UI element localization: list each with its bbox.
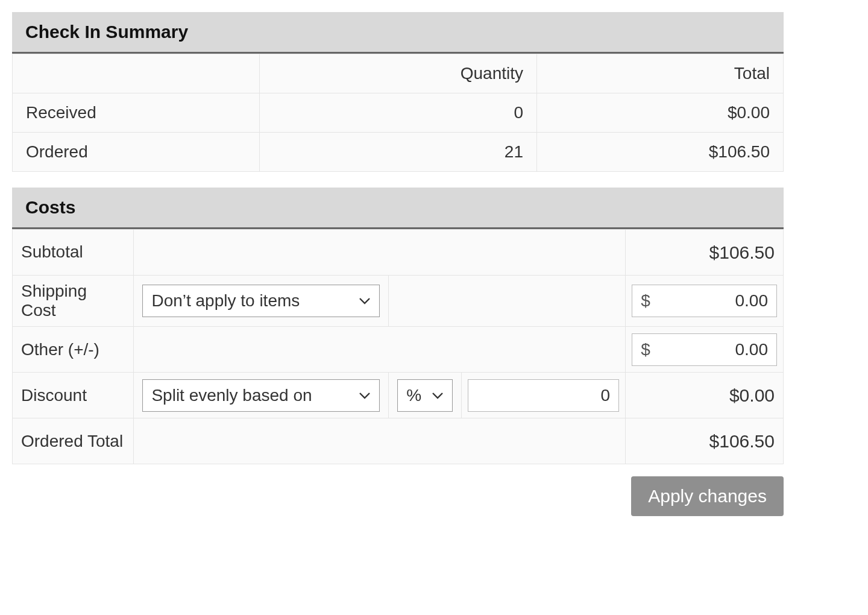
other-amount-input[interactable] <box>659 340 776 359</box>
discount-unit-value: % <box>406 386 421 405</box>
page: Check In Summary Quantity Total Received… <box>12 12 784 516</box>
ordered-total-label: Ordered Total <box>13 418 134 464</box>
shipping-label: Shipping Cost <box>13 276 134 327</box>
summary-ordered-total: $106.50 <box>537 133 784 172</box>
subtotal-value: $106.50 <box>626 230 784 276</box>
costs-row-shipping: Shipping Cost Don’t apply to items $ <box>13 276 784 327</box>
costs-header: Costs <box>12 188 784 229</box>
discount-amount-input[interactable] <box>468 386 618 405</box>
summary-col-quantity: Quantity <box>260 54 537 93</box>
discount-amount-wrap <box>468 379 619 412</box>
shipping-amount-group: $ <box>632 285 777 317</box>
apply-changes-button[interactable]: Apply changes <box>631 476 784 516</box>
chevron-down-icon <box>359 391 371 400</box>
discount-method-value: Split evenly based on <box>151 386 312 405</box>
other-spacer <box>134 327 626 373</box>
costs-row-discount: Discount Split evenly based on % <box>13 373 784 418</box>
shipping-spacer <box>389 276 626 327</box>
costs-row-other: Other (+/-) $ <box>13 327 784 373</box>
discount-label: Discount <box>13 373 134 418</box>
summary-received-label: Received <box>13 93 260 133</box>
other-amount-cell: $ <box>626 327 784 373</box>
summary-header: Check In Summary <box>12 12 784 54</box>
summary-ordered-label: Ordered <box>13 133 260 172</box>
discount-method-select[interactable]: Split evenly based on <box>142 379 380 412</box>
actions-bar: Apply changes <box>12 464 784 516</box>
shipping-method-value: Don’t apply to items <box>151 291 300 311</box>
discount-amount-cell <box>462 373 626 418</box>
shipping-method-cell: Don’t apply to items <box>134 276 389 327</box>
ordered-total-spacer <box>134 418 626 464</box>
summary-ordered-qty: 21 <box>260 133 537 172</box>
summary-col-total: Total <box>537 54 784 93</box>
costs-table: Subtotal $106.50 Shipping Cost Don’t app… <box>12 229 784 464</box>
summary-header-row: Quantity Total <box>13 54 784 93</box>
other-label: Other (+/-) <box>13 327 134 373</box>
discount-unit-cell: % <box>389 373 462 418</box>
shipping-currency: $ <box>632 291 659 311</box>
chevron-down-icon <box>432 391 444 400</box>
summary-received-qty: 0 <box>260 93 537 133</box>
summary-col-blank <box>13 54 260 93</box>
subtotal-spacer <box>134 230 626 276</box>
summary-table: Quantity Total Received 0 $0.00 Ordered … <box>12 54 784 172</box>
discount-method-cell: Split evenly based on <box>134 373 389 418</box>
costs-row-subtotal: Subtotal $106.50 <box>13 230 784 276</box>
other-amount-group: $ <box>632 333 777 366</box>
ordered-total-value: $106.50 <box>626 418 784 464</box>
costs-row-ordered-total: Ordered Total $106.50 <box>13 418 784 464</box>
discount-value: $0.00 <box>626 373 784 418</box>
subtotal-label: Subtotal <box>13 230 134 276</box>
shipping-method-select[interactable]: Don’t apply to items <box>142 285 380 317</box>
other-currency: $ <box>632 340 659 359</box>
chevron-down-icon <box>359 297 371 305</box>
shipping-amount-input[interactable] <box>659 291 776 311</box>
discount-unit-select[interactable]: % <box>397 379 453 412</box>
summary-received-total: $0.00 <box>537 93 784 133</box>
shipping-amount-cell: $ <box>626 276 784 327</box>
summary-row-ordered: Ordered 21 $106.50 <box>13 133 784 172</box>
summary-row-received: Received 0 $0.00 <box>13 93 784 133</box>
